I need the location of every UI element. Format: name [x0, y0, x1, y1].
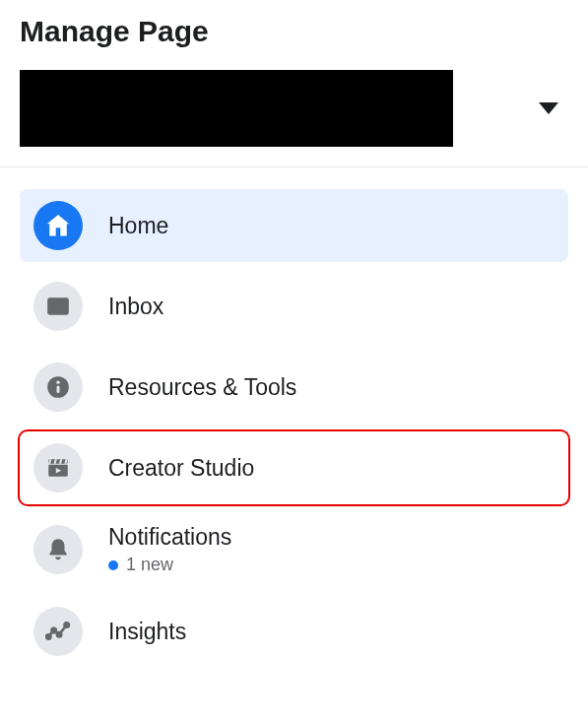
- svg-point-11: [46, 634, 50, 638]
- page-name-redacted: [20, 70, 453, 147]
- svg-rect-1: [53, 304, 62, 306]
- svg-rect-4: [56, 385, 59, 393]
- svg-point-13: [57, 632, 61, 636]
- notification-badge: 1 new: [108, 555, 231, 575]
- nav-label: Inbox: [108, 294, 163, 320]
- page-selector[interactable]: [20, 70, 568, 147]
- insights-icon: [33, 607, 83, 656]
- nav-item-resources[interactable]: Resources & Tools: [20, 351, 568, 424]
- nav-item-notifications[interactable]: Notifications 1 new: [20, 512, 568, 587]
- chevron-down-icon: [539, 102, 558, 114]
- bell-icon: [33, 525, 83, 574]
- dot-icon: [108, 560, 118, 570]
- svg-point-3: [56, 380, 59, 383]
- nav-label: Resources & Tools: [108, 374, 296, 401]
- clapper-icon: [33, 443, 83, 492]
- divider: [0, 166, 588, 167]
- info-icon: [33, 362, 83, 412]
- nav-label: Notifications: [108, 524, 231, 551]
- badge-text: 1 new: [126, 555, 173, 575]
- nav-item-creator-studio[interactable]: Creator Studio: [20, 431, 568, 504]
- nav-label: Creator Studio: [108, 455, 254, 482]
- nav-item-home[interactable]: Home: [20, 189, 568, 262]
- svg-point-14: [65, 623, 69, 626]
- nav-item-insights[interactable]: Insights: [20, 595, 568, 668]
- nav-list: Home Inbox Resources & Tools: [20, 189, 568, 668]
- nav-label: Home: [108, 213, 168, 239]
- page-title: Manage Page: [20, 15, 568, 48]
- svg-rect-0: [53, 301, 64, 303]
- home-icon: [33, 201, 83, 250]
- nav-label: Insights: [108, 619, 186, 645]
- svg-point-12: [52, 628, 56, 632]
- nav-item-inbox[interactable]: Inbox: [20, 270, 568, 343]
- inbox-icon: [33, 282, 83, 331]
